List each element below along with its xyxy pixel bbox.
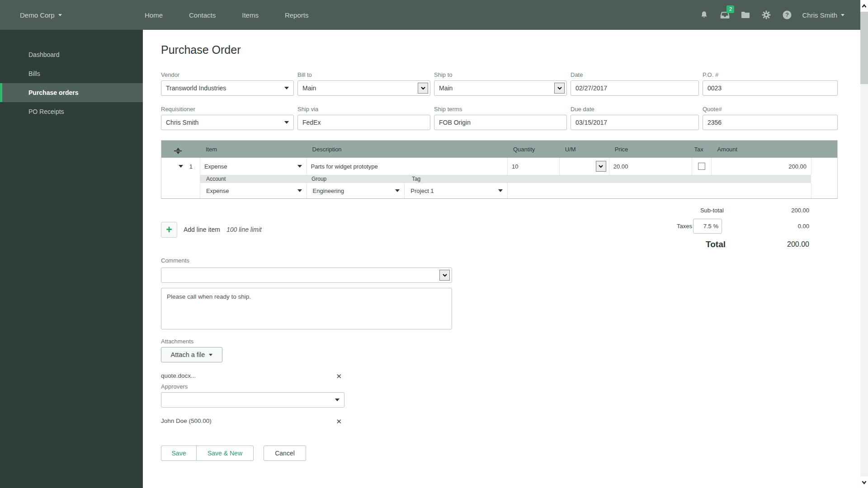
col-header-um: U/M — [559, 146, 609, 153]
tax-amount-value: 0.00 — [722, 223, 809, 230]
sidebar-item-dashboard[interactable]: Dashboard — [0, 45, 143, 64]
bill-to-label: Bill to — [297, 71, 430, 78]
dropdown-caret-icon — [297, 189, 302, 192]
col-header-item: Item — [200, 146, 307, 153]
ship-via-input[interactable]: FedEx — [297, 115, 430, 130]
user-menu[interactable]: Chris Smith — [802, 11, 844, 19]
sidebar-item-bills[interactable]: Bills — [0, 64, 143, 83]
account-dropdown[interactable]: Expense — [200, 183, 307, 198]
save-and-new-button[interactable]: Save & New — [197, 446, 254, 461]
sidebar-item-po-receipts[interactable]: PO Receipts — [0, 102, 143, 121]
date-label: Date — [571, 71, 699, 78]
bill-to-select[interactable]: Main — [297, 80, 430, 96]
save-button[interactable]: Save — [161, 446, 197, 461]
requisitioner-dropdown[interactable]: Chris Smith — [161, 115, 294, 130]
dropdown-caret-icon — [335, 399, 340, 401]
tag-dropdown[interactable]: Project 1 — [404, 183, 507, 198]
top-nav: Demo Corp Home Contacts Items Reports 2 — [0, 0, 868, 30]
main-content: Purchase Order Vendor Transworld Industr… — [143, 30, 868, 488]
due-date-input[interactable]: 03/15/2017 — [571, 115, 699, 130]
comments-label: Comments — [161, 257, 189, 264]
close-icon[interactable]: ✕ — [336, 418, 342, 426]
primary-nav: Home Contacts Items Reports — [145, 0, 308, 30]
row-expand-caret-icon[interactable] — [179, 165, 183, 168]
subcol-header-account: Account — [200, 176, 307, 182]
scroll-down-icon[interactable] — [860, 476, 868, 488]
item-dropdown[interactable]: Expense — [200, 158, 307, 175]
line-item-subheader: Account Group Tag — [161, 175, 837, 183]
nav-home[interactable]: Home — [145, 11, 163, 19]
folder-icon[interactable] — [740, 9, 751, 21]
nav-reports[interactable]: Reports — [285, 11, 309, 19]
subcol-header-tag: Tag — [405, 176, 420, 182]
plus-icon: + — [166, 224, 172, 236]
scrollbar-thumb[interactable] — [860, 12, 868, 84]
due-date-label: Due date — [571, 106, 699, 113]
vendor-label: Vendor — [161, 71, 294, 78]
notification-badge: 2 — [726, 5, 734, 13]
dropdown-caret-icon — [284, 87, 289, 89]
approvers-dropdown[interactable] — [161, 392, 344, 408]
amount-value: 200.00 — [711, 158, 811, 175]
attach-file-button[interactable]: Attach a file — [161, 347, 222, 362]
dropdown-caret-icon — [209, 354, 212, 356]
approver-item: John Doe (500.00) ✕ — [161, 418, 342, 426]
tax-checkbox[interactable] — [698, 163, 705, 170]
ship-terms-label: Ship terms — [434, 106, 567, 113]
select-chevron-icon — [418, 83, 428, 94]
line-limit-note: 100 line limit — [226, 226, 262, 233]
ship-to-select[interactable]: Main — [434, 80, 567, 96]
group-dropdown[interactable]: Engineering — [307, 183, 405, 198]
vendor-dropdown[interactable]: Transworld Industries — [161, 80, 294, 96]
page-title: Purchase Order — [161, 43, 241, 56]
inbox-icon[interactable]: 2 — [719, 9, 731, 21]
subcol-header-group: Group — [307, 176, 405, 182]
line-number: 1 — [189, 163, 193, 170]
sidebar-item-purchase-orders[interactable]: Purchase orders — [0, 83, 143, 102]
quantity-input[interactable]: 10 — [507, 158, 559, 175]
dropdown-caret-icon — [498, 189, 503, 192]
nav-contacts[interactable]: Contacts — [189, 11, 216, 19]
comments-select[interactable] — [161, 267, 452, 283]
dropdown-caret-icon — [284, 121, 289, 124]
chevron-down-icon — [58, 14, 62, 16]
select-chevron-icon — [439, 270, 450, 281]
select-chevron-icon — [554, 83, 565, 94]
col-header-price: Price — [609, 146, 692, 153]
close-icon[interactable]: ✕ — [336, 372, 342, 380]
svg-text:?: ? — [786, 11, 789, 18]
help-icon[interactable]: ? — [781, 9, 793, 21]
line-item-row: 1 Expense Parts for widget prototype 10 … — [161, 158, 837, 175]
description-input[interactable]: Parts for widget prototype — [307, 158, 507, 175]
subtotal-value: 200.00 — [724, 207, 809, 214]
dropdown-caret-icon — [297, 165, 302, 168]
company-menu[interactable]: Demo Corp — [20, 0, 62, 30]
col-header-quantity: Quantity — [507, 146, 559, 153]
requisitioner-label: Requisitioner — [161, 106, 294, 113]
attachment-item: quote.docx... ✕ — [161, 372, 342, 380]
quote-number-input[interactable]: 2356 — [703, 115, 838, 130]
date-input[interactable]: 02/27/2017 — [571, 80, 699, 96]
scroll-up-icon[interactable] — [860, 0, 868, 12]
cancel-button[interactable]: Cancel — [264, 446, 306, 461]
gear-icon[interactable] — [760, 9, 772, 21]
nav-items[interactable]: Items — [242, 11, 259, 19]
bell-icon[interactable] — [698, 9, 710, 21]
chevron-down-icon — [841, 14, 844, 16]
ship-terms-input[interactable]: FOB Origin — [434, 115, 567, 130]
tax-rate-input[interactable]: 7.5 % — [693, 219, 722, 234]
approver-name: John Doe (500.00) — [161, 418, 212, 426]
line-items-header: Item Description Quantity U/M Price Tax … — [161, 141, 837, 158]
line-items-table: Item Description Quantity U/M Price Tax … — [161, 140, 838, 199]
col-header-description: Description — [307, 146, 507, 153]
comments-textarea[interactable]: Please call when ready to ship. — [161, 288, 452, 329]
ship-via-label: Ship via — [297, 106, 430, 113]
po-number-label: P.O. # — [703, 71, 838, 78]
po-number-input[interactable]: 0023 — [703, 80, 838, 96]
row-resize-icon[interactable] — [174, 148, 182, 154]
dropdown-caret-icon — [395, 189, 400, 192]
scrollbar[interactable] — [860, 0, 868, 488]
add-line-item-button[interactable]: + — [161, 222, 177, 238]
price-input[interactable]: 20.00 — [609, 158, 692, 175]
um-select[interactable] — [559, 158, 609, 175]
